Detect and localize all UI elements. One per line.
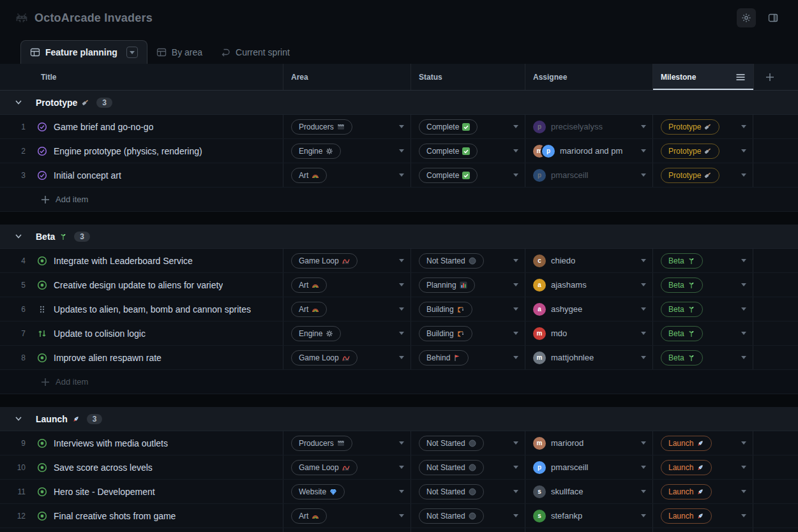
assignee-cell[interactable]: ppreciselyalyss xyxy=(525,115,652,138)
area-cell[interactable]: Producers xyxy=(283,115,410,138)
status-cell[interactable]: Behind xyxy=(410,346,525,369)
group-header-launch[interactable]: Launch3 xyxy=(0,407,798,431)
status-cell[interactable]: Not Started xyxy=(410,249,525,272)
status-cell[interactable]: Not Started xyxy=(410,480,525,503)
milestone-cell[interactable]: Launch xyxy=(652,431,753,455)
milestone-cell[interactable]: Beta xyxy=(652,346,753,369)
add-column-plus-icon[interactable] xyxy=(765,73,774,82)
assignee-cell[interactable]: mpmariorod and pm xyxy=(525,139,652,163)
milestone-cell[interactable]: Beta xyxy=(652,249,753,272)
area-cell[interactable]: Art xyxy=(283,273,410,297)
milestone-cell[interactable]: Prototype xyxy=(652,139,753,163)
milestone-cell[interactable]: Beta xyxy=(652,321,753,345)
settings-gear-icon[interactable] xyxy=(737,8,756,27)
status-cell[interactable]: Complete xyxy=(410,115,525,138)
title-cell[interactable]: 12Final creative shots from game xyxy=(0,504,283,528)
row-title[interactable]: Interviews with media outlets xyxy=(54,438,168,448)
area-cell[interactable]: Producers xyxy=(283,431,410,455)
milestone-cell[interactable]: Beta xyxy=(652,297,753,321)
area-cell[interactable]: Engine xyxy=(283,321,410,345)
title-cell[interactable]: 9Interviews with media outlets xyxy=(0,431,283,455)
title-cell[interactable]: 2Engine prototype (physics, rendering) xyxy=(0,139,283,163)
milestone-cell[interactable]: Launch xyxy=(652,455,753,479)
column-header-title[interactable]: Title xyxy=(0,64,283,90)
group-header-prototype[interactable]: Prototype3 xyxy=(0,91,798,115)
area-cell[interactable]: Game Loop xyxy=(283,455,410,479)
row-title[interactable]: Final creative shots from game xyxy=(54,511,176,521)
assignee-cell[interactable]: aajashams xyxy=(525,273,652,297)
status-cell[interactable]: Complete xyxy=(410,139,525,163)
milestone-cell[interactable]: Launch xyxy=(652,504,753,528)
assignee-cell[interactable]: sstefankp xyxy=(525,504,652,528)
column-header-assignee[interactable]: Assignee xyxy=(525,64,652,90)
row-density-icon[interactable] xyxy=(735,72,746,82)
row-title[interactable]: Updates to alien, beam, bomb and cannon … xyxy=(54,304,251,314)
title-cell[interactable]: 11Hero site - Developement xyxy=(0,480,283,503)
tab-current-sprint[interactable]: Current sprint xyxy=(211,40,299,64)
assignee-cell[interactable]: ppmarsceill xyxy=(525,163,652,187)
status-cell[interactable]: Building xyxy=(410,297,525,321)
assignee-cell[interactable]: sskullface xyxy=(525,480,652,503)
title-cell[interactable]: 3Initial concept art xyxy=(0,163,283,187)
area-cell[interactable]: Engine xyxy=(283,139,410,163)
title-cell[interactable] xyxy=(0,528,283,532)
milestone-cell[interactable]: Prototype xyxy=(652,115,753,138)
status-cell[interactable]: Planning xyxy=(410,273,525,297)
row-title[interactable]: Game brief and go-no-go xyxy=(54,122,153,132)
area-cell[interactable]: Game Loop xyxy=(283,346,410,369)
column-header-area[interactable]: Area xyxy=(283,64,410,90)
row-title[interactable]: Update to colision logic xyxy=(54,329,146,339)
status-cell[interactable]: Complete xyxy=(410,163,525,187)
tab-menu-caret-icon[interactable] xyxy=(126,47,138,58)
assignee-cell[interactable]: mmariorod xyxy=(525,431,652,455)
add-item-row[interactable]: Add item xyxy=(0,370,798,394)
assignee-cell[interactable] xyxy=(525,528,652,532)
row-title[interactable]: Save score across levels xyxy=(54,462,153,473)
status-cell[interactable]: Not Started xyxy=(410,431,525,455)
group-header-beta[interactable]: Beta3 xyxy=(0,225,798,249)
column-header-status[interactable]: Status xyxy=(410,64,525,90)
row-title[interactable]: Integrate with Leaderboard Service xyxy=(54,256,193,266)
area-cell[interactable]: Art xyxy=(283,504,410,528)
assignee-cell[interactable]: ppmarsceill xyxy=(525,455,652,479)
milestone-cell[interactable] xyxy=(652,528,753,532)
row-title[interactable]: Initial concept art xyxy=(54,170,121,181)
milestone-cell[interactable]: Launch xyxy=(652,480,753,503)
add-item-row[interactable]: Add item xyxy=(0,188,798,212)
collapse-chevron-icon[interactable] xyxy=(15,417,22,421)
assignee-cell[interactable]: mmattjohnlee xyxy=(525,346,652,369)
tab-feature-planning[interactable]: Feature planning xyxy=(20,40,147,64)
status-cell[interactable]: Building xyxy=(410,321,525,345)
status-cell[interactable] xyxy=(410,528,525,532)
row-number: 4 xyxy=(0,256,26,265)
title-cell[interactable]: 4Integrate with Leaderboard Service xyxy=(0,249,283,272)
status-cell[interactable]: Not Started xyxy=(410,455,525,479)
title-cell[interactable]: 10Save score across levels xyxy=(0,455,283,479)
side-panel-icon[interactable] xyxy=(764,8,783,27)
row-title[interactable]: Creative design update to aliens for var… xyxy=(54,280,223,290)
assignee-cell[interactable]: cchiedo xyxy=(525,249,652,272)
row-title[interactable]: Engine prototype (physics, rendering) xyxy=(54,146,202,156)
row-title[interactable]: Hero site - Developement xyxy=(54,487,155,497)
assignee-cell[interactable]: aashygee xyxy=(525,297,652,321)
title-cell[interactable]: 6Updates to alien, beam, bomb and cannon… xyxy=(0,297,283,321)
title-cell[interactable]: 8Improve alien respawn rate xyxy=(0,346,283,369)
row-title[interactable]: Improve alien respawn rate xyxy=(54,353,162,363)
area-cell[interactable] xyxy=(283,528,410,532)
assignee-cell[interactable]: mmdo xyxy=(525,321,652,345)
collapse-chevron-icon[interactable] xyxy=(15,234,22,239)
title-cell[interactable]: 1Game brief and go-no-go xyxy=(0,115,283,138)
collapse-chevron-icon[interactable] xyxy=(15,100,22,105)
area-cell[interactable]: Website xyxy=(283,480,410,503)
area-cell[interactable]: Art xyxy=(283,163,410,187)
title-cell[interactable]: 5Creative design update to aliens for va… xyxy=(0,273,283,297)
status-cell[interactable]: Not Started xyxy=(410,504,525,528)
add-column-cell[interactable] xyxy=(753,64,798,90)
area-cell[interactable]: Art xyxy=(283,297,410,321)
column-header-milestone[interactable]: Milestone xyxy=(652,64,753,90)
area-cell[interactable]: Game Loop xyxy=(283,249,410,272)
tab-by-area[interactable]: By area xyxy=(147,40,211,64)
milestone-cell[interactable]: Beta xyxy=(652,273,753,297)
milestone-cell[interactable]: Prototype xyxy=(652,163,753,187)
title-cell[interactable]: 7Update to colision logic xyxy=(0,321,283,345)
